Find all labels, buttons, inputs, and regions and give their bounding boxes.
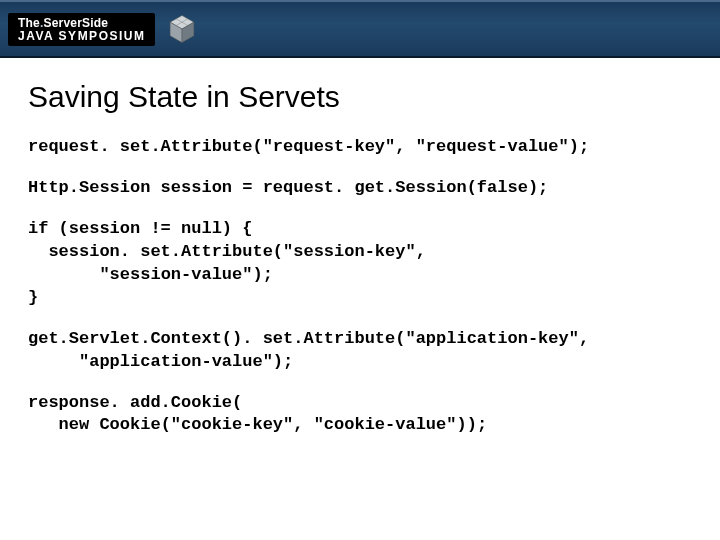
code-block: request. set.Attribute("request-key", "r… (28, 136, 692, 437)
code-line: if (session != null) { session. set.Attr… (28, 218, 692, 310)
slide-body: Saving State in Servets request. set.Att… (0, 58, 720, 437)
code-line: get.Servlet.Context(). set.Attribute("ap… (28, 328, 692, 374)
logo-text-the: The (18, 16, 40, 30)
slide-header: The.ServerSide JAVA SYMPOSIUM (0, 0, 720, 58)
logo-top-line: The.ServerSide (18, 17, 145, 29)
logo-bottom-line: JAVA SYMPOSIUM (18, 30, 145, 42)
logo-text-serverside: ServerSide (43, 16, 108, 30)
code-line: request. set.Attribute("request-key", "r… (28, 136, 692, 159)
logo: The.ServerSide JAVA SYMPOSIUM (8, 13, 155, 46)
code-line: Http.Session session = request. get.Sess… (28, 177, 692, 200)
code-line: response. add.Cookie( new Cookie("cookie… (28, 392, 692, 438)
slide-title: Saving State in Servets (28, 80, 692, 114)
cube-icon (165, 12, 199, 46)
